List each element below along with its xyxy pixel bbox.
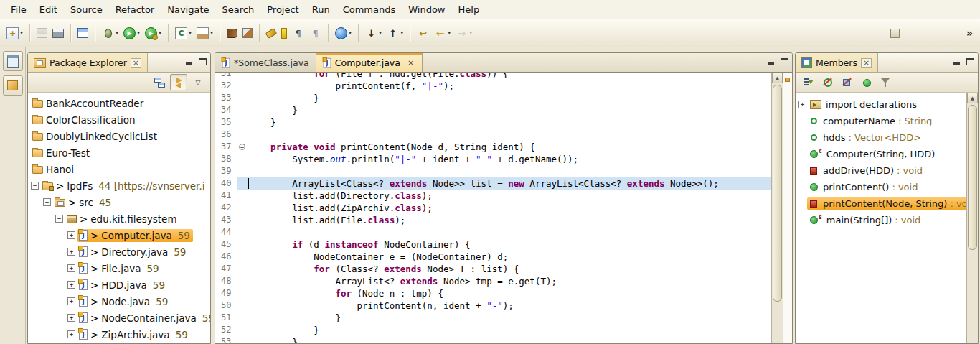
expander-plus-icon[interactable]: + [67,281,75,289]
maximize-button[interactable] [199,58,207,65]
hide-static-button[interactable] [838,74,855,90]
tree-item-edu-kit-filesystem[interactable]: −>edu.kit.filesystem [28,210,210,227]
editor-scrollbar[interactable]: ▲ [771,73,783,344]
scroll-up-icon[interactable]: ▲ [967,93,978,103]
scrollbar-thumb[interactable] [968,105,977,250]
web-browser-button[interactable]: ▾ [333,25,354,42]
editor-tab-computer-java[interactable]: JComputer.java× [316,53,423,72]
restore-view-button[interactable] [3,51,23,71]
menu-item-help[interactable]: Help [452,1,486,18]
code-line-49[interactable]: 49 for (Node n : tmp) { [215,287,771,299]
member-computer-string-hdd[interactable]: cComputer(String, HDD) [796,146,966,162]
menu-item-search[interactable]: Search [216,1,261,18]
member-adddrive-hdd[interactable]: addDrive(HDD) : void [796,162,966,179]
code-line-39[interactable]: 39 [215,165,771,177]
tree-item-hdd-java[interactable]: +J>HDD.java59 [28,276,210,293]
menu-item-source[interactable]: Source [64,1,109,18]
new-java-package-button[interactable]: ▾ [194,25,215,42]
tree-item-ziparchiv-java[interactable]: +J>ZipArchiv.java59 [28,326,210,343]
code-line-43[interactable]: 43 list.add(File.class); [215,214,771,226]
run-last-button[interactable]: ▶▾ [143,25,164,42]
member-printcontent[interactable]: printContent() : void [796,179,966,195]
code-line-45[interactable]: 45 if (d instanceof NodeContainer) { [215,238,771,251]
members-tab[interactable]: Members × [796,53,878,72]
member-main-string[interactable]: smain(String[]) : void [796,212,966,228]
javadoc-button[interactable] [240,26,255,40]
new-java-class-button[interactable]: C▾ [173,25,194,42]
occurrence-marker[interactable] [785,78,790,82]
expander-plus-icon[interactable]: + [67,264,75,272]
code-line-52[interactable]: 52 } [215,324,771,336]
scrollbar-thumb[interactable] [773,85,782,302]
code-line-47[interactable]: 47 for (Class<? extends Node> T : list) … [215,263,771,275]
member-import-declarations[interactable]: +import declarations [796,96,966,113]
code-line-33[interactable]: 33 } [215,92,771,104]
expander-plus-icon[interactable]: + [798,101,806,108]
show-whitespace-button[interactable]: ¶ [307,25,324,42]
code-line-32[interactable]: 32 printContent(f, "|-"); [215,80,771,92]
code-line-35[interactable]: 35 } [215,116,771,129]
open-task-button[interactable] [225,27,240,40]
tree-item-hanoi[interactable]: Hanoi [28,161,210,177]
code-line-36[interactable]: 36 [215,129,771,141]
link-with-editor-button[interactable] [170,74,187,90]
package-explorer-tab[interactable]: Package Explorer × [28,53,148,72]
collapse-all-button[interactable] [151,74,168,90]
expander-minus-icon[interactable]: − [55,215,63,223]
menu-item-navigate[interactable]: Navigate [161,1,215,18]
scrollbar-track[interactable] [967,103,978,344]
maximize-button[interactable] [781,58,788,65]
last-edit-location-button[interactable]: ↩ [415,25,431,42]
menu-item-refactor[interactable]: Refactor [109,1,161,18]
tree-item-euro-test[interactable]: Euro-Test [28,144,210,161]
expander-plus-icon[interactable]: + [67,314,75,322]
show-source-button[interactable]: ¶ [290,25,306,42]
minimize-button[interactable] [767,58,775,65]
tree-item-src[interactable]: −>src45 [28,194,210,210]
scroll-up-icon[interactable]: ▲ [772,73,783,83]
menu-item-run[interactable]: Run [306,1,336,18]
view-menu-button[interactable]: ▽ [189,74,207,90]
code-line-53[interactable]: 53 } [215,336,771,344]
menu-item-commands[interactable]: Commands [336,1,402,18]
tree-item-file-java[interactable]: +J>File.java59 [28,260,210,276]
filter-members-button[interactable] [877,74,894,90]
expander-plus-icon[interactable]: + [67,248,75,256]
hide-non-public-button[interactable] [857,74,875,90]
tree-item-computer-java[interactable]: +J>Computer.java59 [28,227,210,243]
tree-item-nodecontainer-java[interactable]: +J>NodeContainer.java59 [28,310,210,326]
code-line-50[interactable]: 50 printContent(n, ident + "-"); [215,299,771,312]
forward-button[interactable]: →▾ [453,25,474,42]
close-tab-icon[interactable]: × [406,57,415,68]
code-line-48[interactable]: 48 ArrayList<? extends Node> tmp = e.get… [215,275,771,287]
close-view-icon[interactable]: × [131,58,141,68]
code-editor[interactable]: 31 for (File f : hdd.get(File.class)) {3… [215,73,771,344]
menu-item-project[interactable]: Project [260,1,306,18]
code-line-38[interactable]: 38 System.out.println("|-" + ident + " "… [215,153,771,165]
tree-item-node-java[interactable]: +J>Node.java59 [28,293,210,310]
members-scrollbar[interactable]: ▲ [966,93,978,344]
tree-item-directory-java[interactable]: +J>Directory.java59 [28,243,210,260]
run-button[interactable]: ▶▾ [121,25,142,42]
tree-item-colorclassification[interactable]: ColorClassification [28,111,210,128]
open-type-button[interactable] [264,28,278,39]
print-button[interactable] [50,27,66,40]
maximize-button[interactable] [966,58,974,65]
code-line-44[interactable]: 44 [215,226,771,238]
new-wizard-button[interactable]: +▾ [4,25,25,42]
tree-item-ipdfs[interactable]: −>IpdFs44 [https://svnserver.i [28,177,210,194]
editor-tab-someclass-java[interactable]: J*SomeClass.java [215,53,316,72]
code-line-31[interactable]: 31 for (File f : hdd.get(File.class)) { [215,73,771,80]
code-line-46[interactable]: 46 NodeContainer e = (NodeContainer) d; [215,251,771,263]
save-button[interactable] [34,26,50,40]
code-line-41[interactable]: 41 list.add(Directory.class); [215,190,771,202]
fold-collapse-icon[interactable]: − [239,144,245,150]
toolbar-overflow-button[interactable]: » [963,26,976,40]
menu-item-window[interactable]: Window [402,1,451,18]
minimize-button[interactable] [185,58,193,65]
back-button[interactable]: ←▾ [432,25,453,42]
menu-item-edit[interactable]: Edit [33,1,64,18]
expander-plus-icon[interactable]: + [67,297,75,305]
member-hdds[interactable]: hdds : Vector<HDD> [796,129,966,146]
expander-minus-icon[interactable]: − [43,198,51,206]
